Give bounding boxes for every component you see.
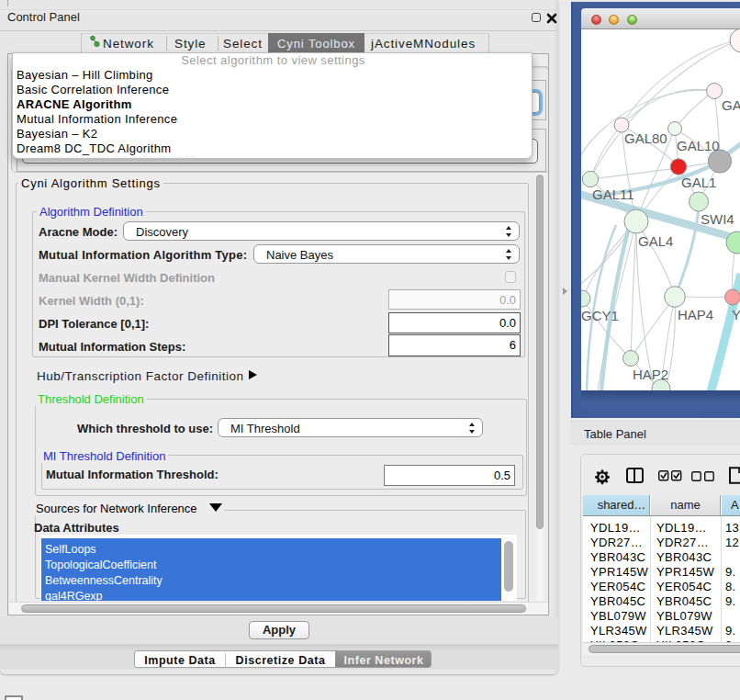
svg-text:GAL11: GAL11 [592, 186, 634, 202]
svg-text:GAL4: GAL4 [638, 233, 673, 249]
svg-text:Y: Y [732, 307, 740, 322]
svg-text:GCY1: GCY1 [581, 308, 619, 323]
svg-text:HAP4: HAP4 [678, 307, 713, 322]
svg-text:GAL10: GAL10 [677, 138, 720, 153]
svg-text:GAL1: GAL1 [681, 175, 716, 190]
svg-text:GAL80: GAL80 [624, 130, 667, 146]
svg-text:SWI4: SWI4 [701, 211, 734, 227]
svg-text:GAL7: GAL7 [722, 97, 740, 113]
svg-text:HAP2: HAP2 [633, 367, 668, 382]
